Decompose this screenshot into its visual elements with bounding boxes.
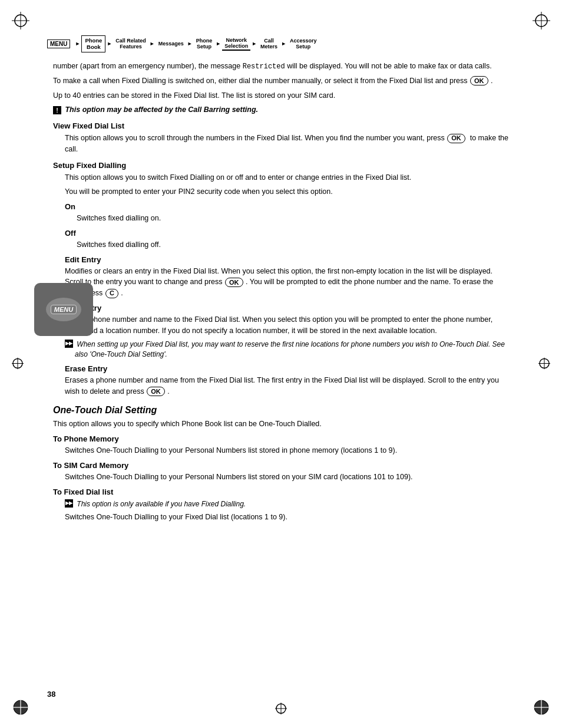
nav-arrow-1: ► <box>75 41 80 47</box>
note-add-entry: ▶▶ When setting up your Fixed Dial list,… <box>65 340 509 360</box>
ok-button-3: OK <box>225 278 243 287</box>
corner-mark-tl <box>12 12 29 29</box>
ok-button-2: OK <box>447 134 465 143</box>
text-one-touch-intro: This option allows you to specify which … <box>53 419 509 430</box>
text-off: Switches fixed dialling off. <box>77 239 509 251</box>
warning-text: This option may be affected by the Call … <box>65 106 258 114</box>
heading-one-touch: One-Touch Dial Setting <box>53 405 509 416</box>
heading-edit-entry: Edit Entry <box>65 255 509 264</box>
warning-icon: ! <box>53 106 61 114</box>
bottom-center-mark <box>275 703 287 716</box>
note-icon-1: ▶▶ <box>65 340 73 348</box>
para-entries: Up to 40 entries can be stored in the Fi… <box>53 90 509 101</box>
side-mark-left <box>12 357 24 371</box>
text-setup-2: You will be prompted to enter your PIN2 … <box>65 186 509 197</box>
heading-to-sim-card: To SIM Card Memory <box>53 461 509 470</box>
nav-arrow-4: ► <box>187 41 193 47</box>
nav-arrow-7: ► <box>281 41 286 47</box>
heading-off: Off <box>65 229 509 238</box>
menu-button-label: MENU <box>51 305 77 314</box>
corner-mark-br <box>533 699 550 716</box>
nav-item-accessory: AccessorySetup <box>287 38 319 51</box>
side-mark-right <box>538 357 550 371</box>
text-erase-entry: Erases a phone number and name from the … <box>65 375 509 397</box>
text-setup-1: This option allows you to switch Fixed D… <box>65 172 509 183</box>
nav-arrow-3: ► <box>150 41 155 47</box>
nav-item-callmeters: CallMeters <box>258 38 280 51</box>
menu-label: MENU <box>47 39 72 48</box>
text-to-sim-card: Switches One-Touch Dialling to your Pers… <box>65 472 509 483</box>
text-on: Switches fixed dialling on. <box>77 213 509 224</box>
nav-item-messages: Messages <box>156 41 186 47</box>
nav-item-network: NetworkSelection <box>222 37 250 51</box>
menu-box: MENU <box>47 39 70 48</box>
main-content: number (apart from an emergency number),… <box>47 61 515 523</box>
page-number: 38 <box>47 690 55 699</box>
nav-bar: MENU ► PhoneBook ► Call RelatedFeatures … <box>47 35 515 52</box>
nav-arrow-2: ► <box>107 41 112 47</box>
heading-to-phone-memory: To Phone Memory <box>53 434 509 443</box>
ok-button-1: OK <box>470 76 488 85</box>
text-edit-entry: Modifies or clears an entry in the Fixed… <box>65 266 509 299</box>
text-to-fixed-dial: Switches One-Touch Dialling to your Fixe… <box>65 512 509 523</box>
heading-add-entry: Add Entry <box>65 304 509 312</box>
intro-paragraph: number (apart from an emergency number),… <box>53 61 509 72</box>
nav-item-phonebook: PhoneBook <box>81 35 105 52</box>
restricted-code: Restricted <box>243 62 285 71</box>
text-add-entry: Adds a phone number and name to the Fixe… <box>65 314 509 337</box>
nav-item-phonesetup: PhoneSetup <box>194 38 215 51</box>
menu-button-inner: MENU <box>46 298 81 321</box>
heading-setup-fixed-dialling: Setup Fixed Dialling <box>53 161 509 170</box>
c-button-1: C <box>105 289 118 298</box>
heading-to-fixed-dial: To Fixed Dial list <box>53 487 509 496</box>
corner-mark-bl <box>12 699 29 716</box>
corner-mark-tr <box>533 12 550 29</box>
ok-button-4: OK <box>147 387 165 396</box>
warning-block: ! This option may be affected by the Cal… <box>53 104 509 116</box>
heading-on: On <box>65 202 509 211</box>
note-text-to-fixed-dial: This option is only available if you hav… <box>75 499 246 509</box>
page: MENU ► PhoneBook ► Call RelatedFeatures … <box>0 0 562 728</box>
note-icon-2: ▶▶ <box>65 499 73 508</box>
text-to-phone-memory: Switches One-Touch Dialling to your Pers… <box>65 445 509 456</box>
heading-erase-entry: Erase Entry <box>65 364 509 373</box>
para-fixed-dialling: To make a call when Fixed Dialling is sw… <box>53 75 509 87</box>
note-to-fixed-dial: ▶▶ This option is only available if you … <box>65 499 509 509</box>
nav-item-callrelated: Call RelatedFeatures <box>113 38 148 51</box>
nav-arrow-5: ► <box>216 41 221 47</box>
heading-view-fixed-dial: View Fixed Dial List <box>53 121 509 130</box>
menu-button-area: MENU <box>34 283 93 336</box>
text-view-fixed-dial: This option allows you to scroll through… <box>65 133 509 155</box>
note-text-add-entry: When setting up your Fixed Dial list, yo… <box>75 340 509 360</box>
nav-arrow-6: ► <box>252 41 257 47</box>
